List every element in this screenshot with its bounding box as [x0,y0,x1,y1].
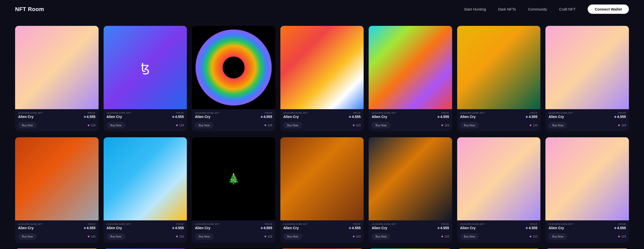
nft-collection-12: LEJOURN.DARK.NFT Price [372,223,449,225]
heart-icon-13[interactable]: ♥ [530,234,532,238]
eth-icon-10: ◆ [261,226,263,230]
nft-info-6: LEJOURN.DARK.NFT Price Alien Cry ◆ 4.555 [457,109,541,120]
like-count-2: 123 [179,124,184,127]
buy-now-button-4[interactable]: Buy Now [283,122,302,128]
nft-image-wrapper-8 [15,137,99,221]
buy-now-button-8[interactable]: Buy Now [18,233,37,239]
nav-start-hunting[interactable]: Start Hunting [464,7,486,11]
nft-image-wrapper-4 [280,26,364,109]
nft-name-9: Alien Cry [107,226,122,230]
eth-icon-14: ◆ [614,226,616,230]
heart-icon-6[interactable]: ♥ [530,123,532,127]
nft-image-1 [15,26,99,109]
heart-icon-5[interactable]: ♥ [441,123,443,127]
nft-card-3: LEJOURN.DARK.NFT Price Alien Cry ◆ 4.555… [192,26,275,131]
buy-now-button-7[interactable]: Buy Now [548,122,567,128]
nft-name-5: Alien Cry [372,115,387,119]
nft-actions-9: Buy Now ♥ 123 [104,231,187,242]
nft-image-11 [280,137,364,221]
nft-image-wrapper-14 [545,137,629,221]
heart-icon-10[interactable]: ♥ [264,234,266,238]
nft-collection-4: LEJOURN.DARK.NFT Price [283,112,361,114]
eth-icon-5: ◆ [437,115,440,118]
nft-image-8 [15,137,99,221]
nav-community[interactable]: Community [528,7,547,11]
nft-actions-5: Buy Now ♥ 123 [369,120,452,131]
app-logo: NFT Room [15,6,44,13]
like-count-1: 123 [91,124,95,127]
like-section-8: ♥ 123 [88,234,96,238]
like-count-9: 123 [179,235,184,238]
nft-image-12 [369,137,452,221]
like-section-6: ♥ 123 [530,123,538,127]
nft-info-14: LEJOURN.DARK.NFT Price Alien Cry ◆ 4.555 [545,220,629,231]
nft-info-1: LEJOURN.DARK.NFT Price Alien Cry ◆ 4.555 [15,109,99,120]
nft-actions-3: Buy Now ♥ 123 [192,120,275,131]
nft-image-10: 🎄 [192,137,275,221]
buy-now-button-5[interactable]: Buy Now [372,122,390,128]
heart-icon-14[interactable]: ♥ [618,234,620,238]
buy-now-button-6[interactable]: Buy Now [460,122,479,128]
nft-image-wrapper-1 [15,26,99,109]
heart-icon-7[interactable]: ♥ [618,123,620,127]
nav-craft-nft[interactable]: Craft NFT [559,7,576,11]
connect-wallet-button[interactable]: Connect Wallet [588,5,629,14]
like-section-13: ♥ 123 [530,234,538,238]
nav-dark-nfts[interactable]: Dark NFTs [498,7,516,11]
heart-icon-4[interactable]: ♥ [353,123,355,127]
buy-now-button-13[interactable]: Buy Now [460,233,479,239]
nft-image-14 [545,137,629,221]
heart-icon-3[interactable]: ♥ [264,123,266,127]
nft-card-9: LEJOURN.DARK.NFT Price Alien Cry ◆ 4.555… [104,137,187,243]
like-count-7: 123 [621,124,626,127]
nav-links: Start Hunting Dark NFTs Community Craft … [464,5,629,14]
nft-price-5: ◆ 4.555 [437,115,449,119]
nft-card-12: LEJOURN.DARK.NFT Price Alien Cry ◆ 4.555… [369,137,452,243]
heart-icon-8[interactable]: ♥ [88,234,90,238]
nft-info-9: LEJOURN.DARK.NFT Price Alien Cry ◆ 4.555 [104,220,187,231]
buy-now-button-12[interactable]: Buy Now [372,233,390,239]
nft-name-10: Alien Cry [195,226,210,230]
like-count-13: 123 [533,235,537,238]
buy-now-button-14[interactable]: Buy Now [548,233,567,239]
nft-collection-2: LEJOURN.DARK.NFT Price [107,112,184,114]
nft-actions-10: Buy Now ♥ 123 [192,231,275,242]
nft-name-row-1: Alien Cry ◆ 4.555 [18,115,96,119]
heart-icon-12[interactable]: ♥ [441,234,443,238]
buy-now-button-9[interactable]: Buy Now [107,233,125,239]
nft-collection-10: LEJOURN.DARK.NFT Price [195,223,272,225]
nft-image-wrapper-11 [280,137,364,221]
nft-price-6: ◆ 4.555 [526,115,537,119]
nft-collection-14: LEJOURN.DARK.NFT Price [548,223,626,225]
nft-image-wrapper-12 [369,137,452,221]
nft-card-13: LEJOURN.DARK.NFT Price Alien Cry ◆ 4.555… [457,137,541,243]
nft-image-wrapper-9 [104,137,187,221]
eth-icon-13: ◆ [526,226,528,230]
nft-name-row-8: Alien Cry ◆ 4.555 [18,226,96,230]
nft-price-11: ◆ 4.555 [349,226,361,230]
nft-image-wrapper-10: 🎄 [192,137,275,221]
nft-card-14: LEJOURN.DARK.NFT Price Alien Cry ◆ 4.555… [545,137,629,243]
nft-name-row-12: Alien Cry ◆ 4.555 [372,226,449,230]
buy-now-button-11[interactable]: Buy Now [283,233,302,239]
nft-actions-7: Buy Now ♥ 123 [545,120,629,131]
nft-name-11: Alien Cry [283,226,299,230]
eth-icon-12: ◆ [437,226,440,230]
nft-price-3: ◆ 4.555 [261,115,272,119]
heart-icon-11[interactable]: ♥ [353,234,355,238]
nft-actions-8: Buy Now ♥ 123 [15,231,99,242]
heart-icon-1[interactable]: ♥ [88,123,90,127]
nft-name-row-11: Alien Cry ◆ 4.555 [283,226,361,230]
nft-collection-11: LEJOURN.DARK.NFT Price [283,223,361,225]
heart-icon-2[interactable]: ♥ [176,123,178,127]
buy-now-button-1[interactable]: Buy Now [18,122,37,128]
buy-now-button-10[interactable]: Buy Now [195,233,213,239]
like-section-12: ♥ 123 [441,234,449,238]
buy-now-button-3[interactable]: Buy Now [195,122,213,128]
like-section-9: ♥ 123 [176,234,184,238]
nft-name-8: Alien Cry [18,226,33,230]
nft-card-4: LEJOURN.DARK.NFT Price Alien Cry ◆ 4.555… [280,26,364,131]
nft-card-2: ꜩ LEJOURN.DARK.NFT Price Alien Cry ◆ 4.5… [104,26,187,131]
heart-icon-9[interactable]: ♥ [176,234,178,238]
buy-now-button-2[interactable]: Buy Now [107,122,125,128]
